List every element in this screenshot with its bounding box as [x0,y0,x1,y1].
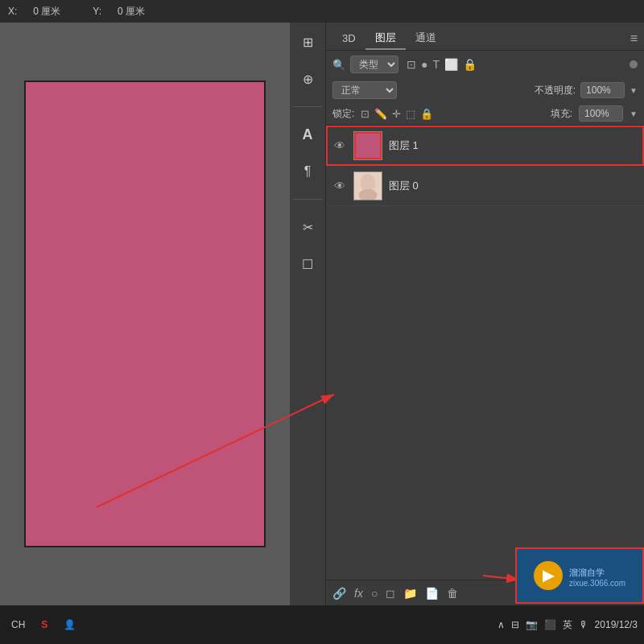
lock-icons: ⊡ ✏️ ✛ ⬚ 🔒 [361,108,433,120]
filter-text-icon[interactable]: T [432,58,440,71]
filter-shape-icon[interactable]: ⬜ [444,58,458,71]
fill-label: 填充: [551,107,572,121]
folder-icon[interactable]: 📁 [403,587,417,600]
opacity-input[interactable] [580,82,625,98]
filter-icons: ⊡ ● T ⬜ 🔒 [407,58,477,71]
layer-visibility-layer0[interactable]: 👁 [332,179,347,193]
taskbar-ch-label: CH [11,619,25,630]
watermark-logo: ▶ [534,561,563,590]
marquee-tool[interactable]: ⊕ [296,68,319,90]
lock-all-icon[interactable]: 🔒 [420,108,433,120]
taskbar-sogou-icon: S [41,619,47,630]
mask-icon[interactable]: ○ [371,587,378,600]
link-icon[interactable]: 🔗 [332,587,346,600]
panel-menu-icon[interactable]: ≡ [630,31,638,46]
tab-channels[interactable]: 通道 [406,27,446,50]
blend-mode-row: 正常 不透明度: ▼ [326,78,644,102]
type-filter-dropdown[interactable]: 类型 [350,56,398,73]
layer-visibility-layer1[interactable]: 👁 [332,138,347,153]
new-layer-icon[interactable]: 📄 [425,587,439,600]
taskbar-ch[interactable]: CH [6,616,30,634]
taskbar-user-icon: 👤 [64,619,76,630]
layers-list: 👁 图层 1 👁 图层 0 [326,126,644,580]
toolbar: ⊞ ⊕ A ¶ ✂ ☐ [290,23,326,605]
layer-filter-row: 🔍 类型 ⊡ ● T ⬜ 🔒 [326,51,644,78]
taskbar-sogou[interactable]: S [36,616,52,634]
filter-smart-icon[interactable]: 🔒 [463,58,477,71]
taskbar-camera-icon[interactable]: 📷 [526,619,538,630]
fill-arrow[interactable]: ▼ [630,109,638,118]
opacity-arrow[interactable]: ▼ [630,86,638,95]
layer-thumb-layer0 [353,171,382,200]
lock-label: 锁定: [332,107,354,121]
text-tool[interactable]: A [296,123,319,146]
search-icon: 🔍 [332,59,345,71]
filter-toggle-dot[interactable] [630,60,638,68]
taskbar-right: ∧ ⊟ 📷 ⬛ 英 🎙 2019/12/3 [497,618,638,632]
watermark: ▶ 溜溜自学 zixue.3066.com [515,547,644,604]
delete-layer-icon[interactable]: 🗑 [447,587,458,600]
x-value: 0 厘米 [33,5,60,19]
layer-name-layer0: 图层 0 [389,179,419,193]
filter-image-icon[interactable]: ⊡ [407,58,416,71]
lock-paint-icon[interactable]: ✏️ [374,108,387,120]
taskbar-datetime: 2019/12/3 [595,619,638,630]
lock-artboard-icon[interactable]: ⬚ [406,108,415,120]
coordinate-bar: X: 0 厘米 Y: 0 厘米 [0,0,644,23]
lock-transparency-icon[interactable]: ⊡ [361,108,369,120]
lock-move-icon[interactable]: ✛ [392,108,401,120]
blend-mode-dropdown[interactable]: 正常 [332,81,397,99]
taskbar-mic-icon[interactable]: 🎙 [579,619,588,630]
right-panel: 3D 图层 通道 ≡ 🔍 类型 ⊡ ● T ⬜ 🔒 正常 不透明度: ▼ 锁定:… [326,23,644,605]
y-value: 0 厘米 [118,5,145,19]
taskbar-chevron[interactable]: ∧ [497,619,505,630]
crop-tool[interactable]: ☐ [296,253,319,275]
canvas-area [0,23,290,605]
adjustment-icon[interactable]: ◻ [386,587,395,600]
fill-input[interactable] [579,105,623,122]
tab-layers[interactable]: 图层 [365,27,406,50]
watermark-url: zixue.3066.com [569,579,625,588]
taskbar-keyboard-icon[interactable]: ⬛ [544,619,556,630]
taskbar-user[interactable]: 👤 [59,616,80,634]
scissors-tool[interactable]: ✂ [296,216,319,238]
fx-icon[interactable]: fx [354,587,363,600]
x-label: X: [8,6,17,17]
canvas-document [24,80,266,547]
layer-name-layer1: 图层 1 [389,138,419,153]
taskbar-lang[interactable]: 英 [563,618,572,632]
tool-divider-2 [293,199,321,200]
move-tool[interactable]: ⊞ [296,31,319,53]
taskbar: CH S 👤 ∧ ⊟ 📷 ⬛ 英 🎙 2019/12/3 [0,605,644,644]
taskbar-monitor-icon[interactable]: ⊟ [511,619,519,630]
watermark-site: 溜溜自学 [569,567,625,579]
layer-thumb-layer1 [353,131,382,160]
tool-divider-1 [293,106,321,107]
paragraph-tool[interactable]: ¶ [296,160,319,183]
tab-3d[interactable]: 3D [332,29,365,49]
panel-tabs: 3D 图层 通道 ≡ [326,23,644,51]
opacity-label: 不透明度: [535,84,576,97]
layer-item-layer1[interactable]: 👁 图层 1 [326,126,644,166]
lock-row: 锁定: ⊡ ✏️ ✛ ⬚ 🔒 填充: ▼ [326,102,644,126]
filter-adjust-icon[interactable]: ● [421,58,427,71]
y-label: Y: [93,6,101,17]
layer-item-layer0[interactable]: 👁 图层 0 [326,166,644,206]
